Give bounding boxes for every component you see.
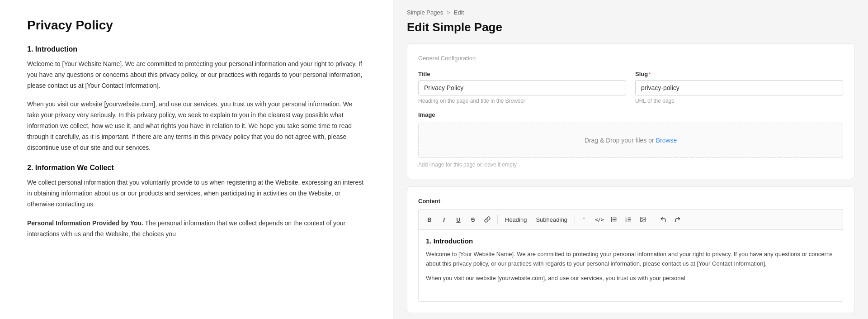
page-title: Edit Simple Page bbox=[407, 20, 854, 34]
general-config-card: General Configuration Title Heading on t… bbox=[407, 43, 854, 179]
title-label: Title bbox=[418, 71, 626, 77]
strikethrough-button[interactable]: S bbox=[467, 213, 479, 226]
content-toolbar: B I U S Heading Subheading " </> bbox=[418, 209, 843, 229]
breadcrumb-separator: > bbox=[447, 9, 450, 16]
drop-text: Drag & Drop your files or Browse bbox=[432, 137, 829, 144]
heading-button[interactable]: Heading bbox=[501, 213, 530, 226]
preview-section-1-para-2: When you visit our website [yourwebsite.… bbox=[27, 99, 366, 153]
svg-text:": " bbox=[582, 217, 585, 222]
undo-button[interactable] bbox=[657, 213, 670, 226]
ul-button[interactable] bbox=[608, 213, 620, 226]
content-editor[interactable]: 1. Introduction Welcome to [Your Website… bbox=[418, 229, 843, 302]
preview-section-1-para-1: Welcome to [Your Website Name]. We are c… bbox=[27, 59, 366, 91]
image-drop-zone[interactable]: Drag & Drop your files or Browse bbox=[418, 123, 843, 158]
browse-link[interactable]: Browse bbox=[656, 137, 677, 144]
breadcrumb-parent[interactable]: Simple Pages bbox=[407, 9, 443, 16]
ol-button[interactable]: 1 2 3 bbox=[622, 213, 635, 226]
breadcrumb: Simple Pages > Edit bbox=[407, 9, 854, 16]
editor-heading: 1. Introduction bbox=[426, 237, 835, 245]
editor-para-2: When you visit our website [yourwebsite.… bbox=[426, 273, 835, 283]
toolbar-divider-2 bbox=[575, 215, 575, 224]
slug-label: Slug* bbox=[635, 71, 843, 77]
bold-button[interactable]: B bbox=[423, 213, 436, 226]
preview-panel: Privacy Policy 1. Introduction Welcome t… bbox=[0, 0, 393, 319]
preview-section-1-heading: 1. Introduction bbox=[27, 45, 366, 53]
preview-section-2-subpara: Personal Information Provided by You. Th… bbox=[27, 218, 366, 240]
edit-panel: Simple Pages > Edit Edit Simple Page Gen… bbox=[393, 0, 868, 319]
content-card: Content B I U S Heading Subheading " </> bbox=[407, 186, 854, 313]
slug-input[interactable] bbox=[635, 80, 843, 95]
slug-required: * bbox=[649, 71, 651, 77]
title-help: Heading on the page and title in the Bro… bbox=[418, 98, 626, 104]
subheading-button[interactable]: Subheading bbox=[532, 213, 571, 226]
title-slug-row: Title Heading on the page and title in t… bbox=[418, 71, 843, 104]
code-button[interactable]: </> bbox=[593, 213, 606, 226]
image-button[interactable] bbox=[637, 213, 649, 226]
title-input[interactable] bbox=[418, 80, 626, 95]
slug-group: Slug* URL of the page bbox=[635, 71, 843, 104]
preview-title: Privacy Policy bbox=[27, 18, 366, 33]
italic-button[interactable]: I bbox=[438, 213, 450, 226]
title-group: Title Heading on the page and title in t… bbox=[418, 71, 626, 104]
svg-point-4 bbox=[611, 218, 612, 219]
content-label: Content bbox=[418, 198, 843, 205]
underline-button[interactable]: U bbox=[452, 213, 465, 226]
toolbar-divider-1 bbox=[497, 215, 498, 224]
svg-point-6 bbox=[611, 221, 612, 222]
preview-section-2-para-1: We collect personal information that you… bbox=[27, 177, 366, 209]
toolbar-divider-3 bbox=[653, 215, 653, 224]
image-label: Image bbox=[418, 111, 843, 118]
breadcrumb-current: Edit bbox=[454, 9, 464, 16]
svg-point-14 bbox=[642, 218, 642, 219]
redo-button[interactable] bbox=[671, 213, 684, 226]
svg-text:3: 3 bbox=[625, 220, 627, 222]
svg-point-5 bbox=[611, 219, 612, 220]
editor-para-1: Welcome to [Your Website Name]. We are c… bbox=[426, 249, 835, 269]
general-config-label: General Configuration bbox=[418, 55, 843, 62]
blockquote-button[interactable]: " bbox=[579, 213, 591, 226]
image-help: Add image for this page or leave it empt… bbox=[418, 162, 843, 168]
link-button[interactable] bbox=[481, 213, 494, 226]
slug-help: URL of the page bbox=[635, 98, 843, 104]
preview-section-2-heading: 2. Information We Collect bbox=[27, 164, 366, 172]
